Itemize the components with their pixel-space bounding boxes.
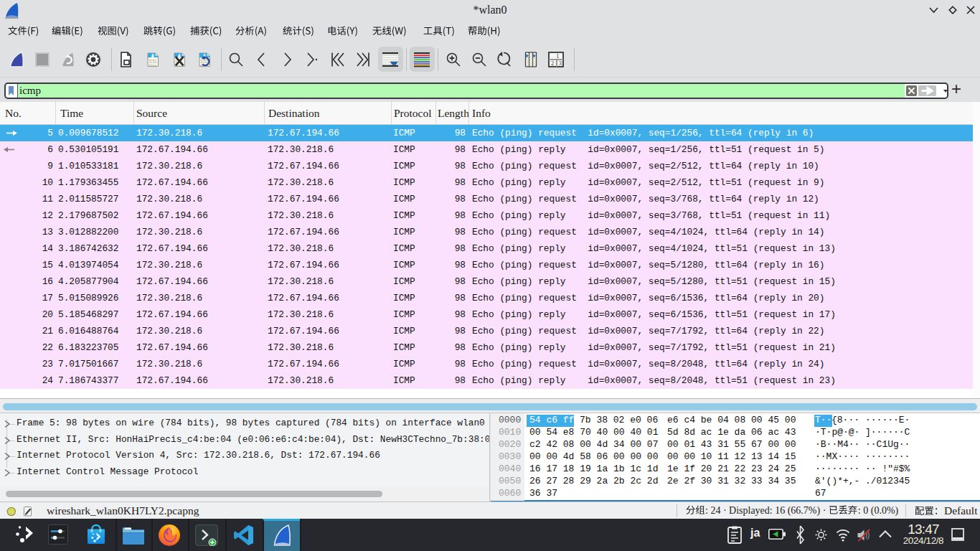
svg-text:1: 1 [556,53,559,60]
svg-text:2: 2 [551,60,554,67]
svg-text:0111: 0111 [149,64,157,67]
svg-text:3: 3 [559,60,562,67]
